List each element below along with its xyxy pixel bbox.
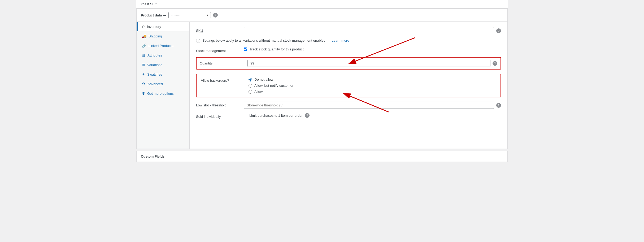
stock-checkbox-wrapper: Track stock quantity for this product (244, 47, 304, 51)
backorder-do-not-allow-label: Do not allow (254, 77, 273, 81)
backorder-option-allow-notify[interactable]: Allow, but notify customer (249, 84, 293, 88)
backorder-options: Do not allow Allow, but notify customer … (249, 77, 293, 94)
stock-management-label: Stock management (196, 47, 244, 53)
sidebar-item-shipping-label: Shipping (149, 34, 162, 38)
sidebar-item-inventory[interactable]: ◇ Inventory (137, 22, 189, 31)
product-section: ◇ Inventory 🚚 Shipping 🔗 Linked Products… (136, 21, 508, 149)
backorder-option-do-not-allow[interactable]: Do not allow (249, 77, 293, 81)
backorder-radio-do-not-allow[interactable] (249, 78, 252, 81)
product-data-wrapper: ◇ Inventory 🚚 Shipping 🔗 Linked Products… (136, 21, 508, 149)
product-sidebar: ◇ Inventory 🚚 Shipping 🔗 Linked Products… (137, 22, 190, 149)
info-row: i Settings below apply to all variations… (196, 38, 501, 43)
yoast-label: Yoast SEO (141, 2, 157, 6)
sidebar-item-get-more-options[interactable]: ✱ Get more options (137, 89, 189, 98)
custom-fields-label: Custom Fields (141, 154, 165, 158)
sku-row: SKU ? (196, 27, 501, 34)
sidebar-item-inventory-label: Inventory (147, 25, 161, 29)
variations-icon: ⊞ (142, 63, 145, 67)
sidebar-item-variations[interactable]: ⊞ Variations (137, 60, 189, 70)
info-text: Settings below apply to all variations w… (202, 38, 327, 42)
swatches-icon: ✦ (142, 72, 145, 76)
sold-individually-input-wrapper: Limit purchases to 1 item per order ? (244, 113, 501, 118)
sku-help-icon[interactable]: ? (496, 28, 501, 33)
quantity-input[interactable] (247, 60, 490, 67)
allow-backorders-row: Allow backorders? Do not allow Allow, bu… (196, 74, 501, 97)
sold-individually-checkbox-label: Limit purchases to 1 item per order (249, 114, 303, 118)
sidebar-item-attributes[interactable]: ▦ Attributes (137, 50, 189, 60)
yoast-bar: Yoast SEO (136, 0, 508, 8)
sku-label: SKU (196, 27, 244, 33)
sidebar-item-linked-products[interactable]: 🔗 Linked Products (137, 41, 189, 50)
sold-individually-row: Sold individually Limit purchases to 1 i… (196, 113, 501, 119)
advanced-icon: ⚙ (142, 82, 145, 86)
backorder-radio-allow-notify[interactable] (249, 84, 252, 88)
quantity-row: Quantity ? (196, 57, 501, 70)
sold-individually-label: Sold individually (196, 113, 244, 119)
low-stock-row: Low stock threshold ? (196, 102, 501, 109)
shipping-icon: 🚚 (142, 34, 146, 38)
stock-checkbox[interactable] (244, 47, 247, 51)
get-more-options-icon: ✱ (142, 91, 145, 96)
quantity-help-icon[interactable]: ? (493, 61, 497, 66)
low-stock-input-wrapper: ? (244, 102, 501, 109)
learn-more-link[interactable]: Learn more (332, 38, 349, 42)
sidebar-item-swatches-label: Swatches (147, 72, 162, 76)
sku-input[interactable] (244, 27, 494, 34)
sku-input-wrapper: ? (244, 27, 501, 34)
stock-management-row: Stock management Track stock quantity fo… (196, 47, 501, 53)
low-stock-label: Low stock threshold (196, 102, 244, 107)
sidebar-item-get-more-label: Get more options (147, 92, 174, 96)
low-stock-help-icon[interactable]: ? (496, 103, 501, 108)
quantity-label: Quantity (200, 61, 247, 65)
sidebar-item-linked-label: Linked Products (149, 44, 173, 48)
sidebar-item-advanced-label: Advanced (147, 82, 163, 86)
sold-individually-help-icon[interactable]: ? (305, 113, 310, 118)
sold-individually-checkbox-wrapper: Limit purchases to 1 item per order ? (244, 113, 310, 118)
stock-management-input-wrapper: Track stock quantity for this product (244, 47, 501, 51)
allow-backorders-label: Allow backorders? (201, 77, 249, 83)
product-data-help-icon[interactable]: ? (213, 13, 218, 18)
sidebar-item-swatches[interactable]: ✦ Swatches (137, 70, 189, 79)
inventory-fields: SKU ? i Settings below apply to all vari… (190, 22, 507, 128)
linked-products-icon: 🔗 (142, 44, 146, 48)
custom-fields-bar: Custom Fields (136, 151, 508, 162)
attributes-icon: ▦ (142, 53, 145, 57)
info-icon: i (196, 39, 200, 43)
product-type-select[interactable]: ·········· (168, 12, 211, 18)
product-data-label: Product data — (141, 13, 166, 17)
inventory-content: SKU ? i Settings below apply to all vari… (190, 22, 507, 149)
product-type-dropdown-wrapper[interactable]: ·········· ▼ (168, 12, 211, 18)
sidebar-item-shipping[interactable]: 🚚 Shipping (137, 31, 189, 41)
stock-checkbox-label: Track stock quantity for this product (249, 47, 304, 51)
backorder-allow-notify-label: Allow, but notify customer (254, 84, 293, 88)
low-stock-input[interactable] (244, 102, 494, 109)
inventory-icon: ◇ (142, 24, 145, 29)
sidebar-item-advanced[interactable]: ⚙ Advanced (137, 79, 189, 89)
backorder-option-allow[interactable]: Allow (249, 90, 293, 94)
backorder-allow-label: Allow (254, 90, 263, 94)
backorder-radio-allow[interactable] (249, 90, 252, 94)
product-data-header: Product data — ·········· ▼ ? (136, 8, 508, 21)
sidebar-item-variations-label: Variations (147, 63, 162, 67)
sold-individually-checkbox[interactable] (244, 114, 247, 117)
quantity-input-wrapper: ? (247, 60, 497, 67)
sidebar-item-attributes-label: Attributes (147, 53, 162, 57)
